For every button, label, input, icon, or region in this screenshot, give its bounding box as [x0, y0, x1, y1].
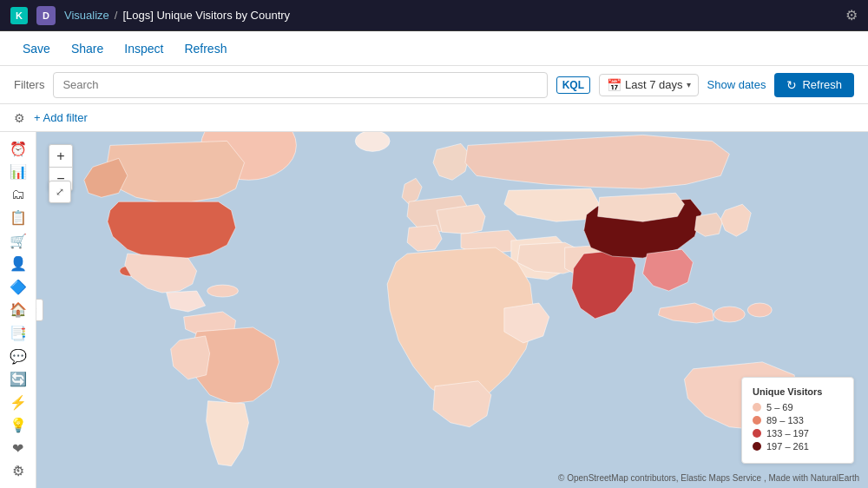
legend-item-4: 197 – 261 — [753, 441, 843, 452]
gear-icon[interactable]: ⚙ — [845, 7, 858, 23]
sidebar-item-bulb[interactable]: 💡 — [4, 415, 32, 435]
map-area: ‹ + − ⤢ — [36, 132, 868, 488]
sidebar-item-refresh[interactable]: 🔄 — [4, 369, 32, 389]
kibana-logo: K — [10, 7, 28, 24]
expand-button[interactable]: ⤢ — [49, 181, 71, 203]
date-range-text: Last 7 days — [625, 78, 683, 91]
sidebar-item-shop[interactable]: 🛒 — [4, 231, 32, 251]
secondary-bar: Save Share Inspect Refresh — [0, 31, 868, 66]
share-button[interactable]: Share — [62, 38, 112, 59]
sidebar-item-docs[interactable]: 📑 — [4, 323, 32, 343]
inspect-button[interactable]: Inspect — [115, 38, 172, 59]
svg-point-5 — [713, 307, 745, 322]
save-button[interactable]: Save — [14, 38, 59, 59]
refresh-icon: ↻ — [786, 78, 797, 92]
show-dates-button[interactable]: Show dates — [707, 78, 766, 91]
search-input[interactable] — [53, 72, 547, 98]
main-layout: ⏰ 📊 🗂 📋 🛒 👤 🔷 🏠 📑 💬 🔄 ⚡ 💡 ❤ ⚙ › ‹ + − ⤢ — [0, 132, 868, 488]
kql-badge[interactable]: KQL — [556, 76, 590, 94]
refresh-button[interactable]: ↻ Refresh — [774, 73, 854, 97]
sidebar-item-chat[interactable]: 💬 — [4, 346, 32, 366]
add-filter-button[interactable]: + Add filter — [34, 111, 88, 124]
calendar-icon: 📅 — [607, 78, 621, 92]
filter-bar: Filters KQL 📅 Last 7 days ▾ Show dates ↻… — [0, 66, 868, 104]
legend-item-3: 133 – 197 — [753, 428, 843, 439]
sidebar-toggle-arrow[interactable]: ‹ — [36, 299, 43, 321]
legend-item-2: 89 – 133 — [753, 415, 843, 425]
sidebar-item-folder[interactable]: 🗂 — [4, 185, 32, 205]
breadcrumb: Visualize / [Logs] Unique Visitors by Co… — [64, 9, 290, 22]
sidebar-item-clock[interactable]: ⏰ — [4, 139, 32, 159]
sidebar-collapse-button[interactable]: › — [4, 453, 32, 481]
app-icon: D — [36, 6, 56, 25]
refresh-secondary-button[interactable]: Refresh — [175, 38, 235, 59]
breadcrumb-visualize[interactable]: Visualize — [64, 9, 109, 22]
sidebar-item-user[interactable]: 👤 — [4, 254, 32, 274]
map-attribution: © OpenStreetMap contributors, Elastic Ma… — [558, 473, 859, 483]
sidebar-item-list[interactable]: 📋 — [4, 208, 32, 228]
legend: Unique Visitors 5 – 69 89 – 133 133 – 19… — [741, 377, 854, 464]
sidebar-item-bolt[interactable]: ⚡ — [4, 392, 32, 412]
zoom-in-button[interactable]: + — [49, 145, 72, 168]
filter-gear-icon[interactable]: ⚙ — [14, 111, 25, 125]
svg-point-4 — [355, 132, 390, 151]
svg-point-6 — [747, 303, 772, 317]
sidebar-item-chart[interactable]: 📊 — [4, 162, 32, 182]
sidebar: ⏰ 📊 🗂 📋 🛒 👤 🔷 🏠 📑 💬 🔄 ⚡ 💡 ❤ ⚙ › — [0, 132, 36, 488]
legend-item-1: 5 – 69 — [753, 402, 843, 412]
breadcrumb-title: [Logs] Unique Visitors by Country — [122, 9, 290, 22]
date-picker[interactable]: 📅 Last 7 days ▾ — [599, 74, 699, 96]
top-bar: K D Visualize / [Logs] Unique Visitors b… — [0, 0, 868, 31]
svg-point-3 — [207, 285, 239, 297]
sidebar-item-shapes[interactable]: 🔷 — [4, 277, 32, 297]
add-filter-bar: ⚙ + Add filter — [0, 104, 868, 132]
legend-title: Unique Visitors — [753, 386, 843, 397]
filters-label: Filters — [14, 78, 44, 91]
chevron-down-icon: ▾ — [687, 80, 691, 89]
sidebar-item-home[interactable]: 🏠 — [4, 300, 32, 320]
